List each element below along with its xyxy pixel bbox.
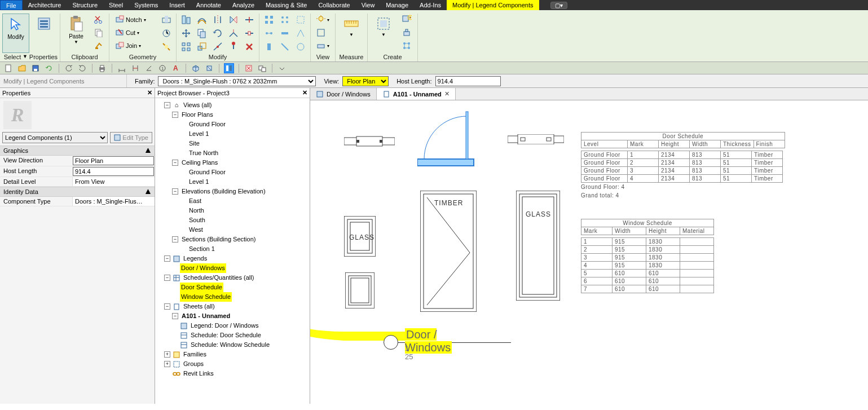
ribbon-collapse-dropdown[interactable]: ▢▾: [550, 2, 567, 9]
groups-node[interactable]: Groups: [182, 359, 205, 369]
sheet-a101[interactable]: A101 - Unnamed: [180, 311, 231, 321]
qat-thin-lines-toggle[interactable]: [224, 63, 234, 73]
tree-toggle[interactable]: +: [164, 361, 170, 367]
component-type-value[interactable]: Doors : M_Single-Flus…: [72, 197, 155, 206]
qat-customize-dropdown[interactable]: [277, 63, 287, 73]
families-node[interactable]: Families: [182, 350, 208, 359]
view-true-north[interactable]: True North: [188, 148, 219, 158]
create-similar-button[interactable]: [400, 14, 413, 26]
menu-architecture[interactable]: Architecture: [23, 0, 67, 10]
array-button[interactable]: [179, 41, 193, 53]
elevations-node[interactable]: Elevations (Building Elevation): [180, 187, 267, 196]
view-site[interactable]: Site: [188, 139, 201, 148]
open-file-button[interactable]: [17, 63, 27, 73]
redo-button[interactable]: [77, 63, 87, 73]
menu-systems[interactable]: Systems: [129, 0, 164, 10]
align-button[interactable]: [179, 14, 193, 26]
new-file-button[interactable]: [3, 63, 14, 73]
qat-section-button[interactable]: [204, 63, 214, 73]
schedules-node[interactable]: Schedules/Quantities (all): [182, 273, 255, 283]
view-graphics-button[interactable]: ▾: [315, 14, 331, 26]
revit-links-node[interactable]: Revit Links: [182, 369, 215, 378]
modify-sub3-button[interactable]: [293, 27, 308, 39]
menu-modify-legend[interactable]: Modify | Legend Components: [447, 0, 539, 10]
menu-insert[interactable]: Insert: [164, 0, 191, 10]
door-schedule-item[interactable]: Door Schedule: [180, 283, 223, 292]
legends-node[interactable]: Legends: [182, 254, 208, 263]
notch-button[interactable]: Notch▾: [114, 14, 156, 26]
floor-plans-node[interactable]: Floor Plans: [180, 110, 214, 120]
view-select[interactable]: Floor Plan: [342, 76, 389, 86]
modify-sub4-button[interactable]: [262, 41, 276, 53]
type-selector-dropdown[interactable]: Legend Components (1): [2, 132, 108, 143]
create-parts-button[interactable]: [400, 39, 413, 52]
tree-toggle[interactable]: +: [164, 351, 170, 358]
ceiling-level1[interactable]: Level 1: [188, 177, 210, 187]
cut-geometry-button[interactable]: Cut▾: [114, 27, 156, 39]
unpin-button[interactable]: [293, 14, 308, 26]
properties-button[interactable]: [30, 14, 58, 53]
modify-sub6-button[interactable]: [293, 41, 308, 53]
window-schedule-table[interactable]: Window Schedule MarkWidthHeightMaterial …: [581, 219, 714, 293]
elev-west[interactable]: West: [188, 225, 204, 235]
elev-south[interactable]: South: [188, 215, 206, 225]
rotate-button[interactable]: [210, 27, 225, 39]
tree-toggle[interactable]: −: [172, 188, 178, 195]
modify-sub5-button[interactable]: [277, 41, 292, 53]
menu-view[interactable]: View: [356, 0, 381, 10]
create-group-button[interactable]: ▼: [370, 14, 397, 53]
undo-button[interactable]: [64, 63, 74, 73]
modify-sub2-button[interactable]: [277, 27, 292, 39]
copy-to-clipboard-button[interactable]: [93, 27, 104, 39]
tab-close-button[interactable]: ✕: [444, 90, 450, 98]
wall-opening-button[interactable]: [159, 14, 174, 26]
menu-analyze[interactable]: Analyze: [227, 0, 260, 10]
ceiling-ground[interactable]: Ground Floor: [188, 167, 227, 177]
cut-to-clipboard-button[interactable]: [93, 14, 104, 26]
window-small-symbol[interactable]: [345, 272, 374, 308]
section1[interactable]: Section 1: [188, 244, 216, 254]
mirror-axis-button[interactable]: [210, 14, 225, 26]
print-button[interactable]: [97, 63, 107, 73]
door-schedule-table[interactable]: Door Schedule LevelMarkHeightWidthThickn…: [581, 132, 785, 200]
menu-collaborate[interactable]: Collaborate: [312, 0, 355, 10]
door-swing-symbol-selected[interactable]: [417, 106, 479, 168]
trim-button[interactable]: [226, 27, 241, 39]
qat-angle-button[interactable]: [144, 63, 154, 73]
qat-close-hidden-button[interactable]: [244, 63, 254, 73]
select-dropdown-icon[interactable]: ▼: [23, 54, 29, 61]
tree-toggle[interactable]: −: [164, 275, 170, 281]
tree-toggle[interactable]: −: [172, 236, 178, 243]
move-button[interactable]: [179, 27, 193, 39]
join-geometry-button[interactable]: Join▾: [114, 39, 156, 52]
modify-sub1-button[interactable]: [262, 27, 276, 39]
pin-button[interactable]: [226, 41, 241, 53]
menu-addins[interactable]: Add-Ins: [414, 0, 447, 10]
sheet-door-sched[interactable]: Schedule: Door Schedule: [190, 330, 262, 340]
qat-dimension-button[interactable]: [117, 63, 127, 73]
menu-annotate[interactable]: Annotate: [191, 0, 227, 10]
select-panel-label[interactable]: Select: [2, 54, 23, 61]
menu-massing-site[interactable]: Massing & Site: [260, 0, 312, 10]
align-tool-button[interactable]: [262, 14, 276, 26]
tree-toggle[interactable]: −: [172, 112, 178, 118]
view-ground-floor[interactable]: Ground Floor: [188, 120, 227, 129]
tree-toggle[interactable]: −: [164, 303, 170, 310]
edit-type-button[interactable]: Edit Type: [110, 132, 152, 143]
measure-button[interactable]: ▼: [338, 14, 365, 53]
window-plan-symbol[interactable]: [508, 134, 564, 144]
tab-door-windows[interactable]: Door / Windows: [310, 88, 377, 100]
browser-close-button[interactable]: ✕: [302, 89, 307, 96]
menu-structure[interactable]: Structure: [67, 0, 103, 10]
tree-toggle[interactable]: −: [172, 160, 178, 166]
menu-file[interactable]: File: [0, 0, 23, 10]
host-length-input[interactable]: [435, 76, 501, 86]
window-schedule-item[interactable]: Window Schedule: [180, 292, 232, 302]
split-gap-button[interactable]: [242, 27, 257, 39]
qat-3d-button[interactable]: [191, 63, 201, 73]
split-button[interactable]: [242, 14, 257, 26]
create-assembly-button[interactable]: [400, 27, 413, 39]
elev-east[interactable]: East: [188, 196, 202, 206]
menu-manage[interactable]: Manage: [380, 0, 414, 10]
view-level1[interactable]: Level 1: [188, 129, 210, 139]
